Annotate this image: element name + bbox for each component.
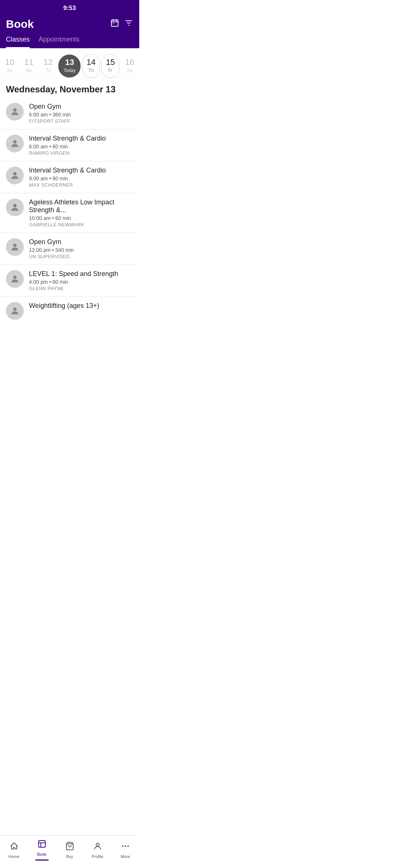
- svg-point-8: [13, 108, 16, 112]
- header: Book: [0, 15, 139, 30]
- avatar: [6, 198, 24, 216]
- avatar: [6, 270, 24, 288]
- status-bar: 9:53: [0, 0, 139, 15]
- avatar: [6, 238, 24, 256]
- class-info: Interval Strength & Cardio 6:00 am • 60 …: [29, 135, 133, 156]
- class-item[interactable]: Open Gym 6:00 am • 360 min FITSPORT STAF…: [0, 98, 139, 129]
- calendar-day-14[interactable]: 14 Th: [82, 54, 100, 78]
- class-item[interactable]: Ageless Athletes Low Impact Strength &..…: [0, 193, 139, 233]
- class-info: LEVEL 1: Speed and Strength 4:00 pm • 60…: [29, 270, 133, 291]
- tabs-container: Classes Appointments: [0, 30, 139, 48]
- avatar: [6, 135, 24, 152]
- svg-point-14: [13, 308, 16, 311]
- calendar-day-11[interactable]: 11 Mo: [20, 55, 38, 78]
- svg-point-12: [13, 244, 16, 247]
- calendar-day-today[interactable]: 13 Today: [58, 55, 81, 78]
- class-item[interactable]: Interval Strength & Cardio 6:00 am • 60 …: [0, 129, 139, 161]
- svg-point-13: [13, 276, 16, 279]
- class-info: Open Gym 12:00 pm • 540 min UN SUPERVISE…: [29, 238, 133, 259]
- tab-appointments[interactable]: Appointments: [39, 36, 79, 48]
- class-info: Open Gym 6:00 am • 360 min FITSPORT STAF…: [29, 103, 133, 124]
- svg-point-11: [13, 204, 16, 207]
- class-item[interactable]: Open Gym 12:00 pm • 540 min UN SUPERVISE…: [0, 233, 139, 265]
- svg-rect-4: [113, 23, 114, 24]
- class-item[interactable]: LEVEL 1: Speed and Strength 4:00 pm • 60…: [0, 265, 139, 297]
- calendar-day-15[interactable]: 15 Fr: [101, 54, 119, 78]
- calendar-icon[interactable]: [110, 19, 119, 30]
- avatar: [6, 103, 24, 121]
- page-title: Book: [6, 18, 34, 30]
- avatar: [6, 167, 24, 184]
- avatar: [6, 302, 24, 320]
- date-heading: Wednesday, November 13: [0, 78, 139, 98]
- calendar-day-10[interactable]: 10 Su: [1, 55, 19, 78]
- class-item[interactable]: Weightlifting (ages 13+): [0, 297, 139, 325]
- class-info: Interval Strength & Cardio 9:00 am • 60 …: [29, 167, 133, 188]
- svg-rect-0: [111, 20, 118, 26]
- header-icons: [110, 19, 133, 30]
- filter-icon[interactable]: [124, 19, 133, 30]
- class-list: Open Gym 6:00 am • 360 min FITSPORT STAF…: [0, 98, 139, 325]
- svg-point-10: [13, 172, 16, 175]
- calendar-strip: 10 Su 11 Mo 12 Tu 13 Today 14 Th 15 Fr: [0, 48, 139, 78]
- class-info: Ageless Athletes Low Impact Strength &..…: [29, 198, 133, 227]
- status-time: 9:53: [63, 4, 76, 11]
- calendar-day-16[interactable]: 16 Sa: [121, 55, 138, 78]
- class-info: Weightlifting (ages 13+): [29, 302, 133, 311]
- calendar-day-12[interactable]: 12 Tu: [39, 55, 57, 78]
- main-content: 10 Su 11 Mo 12 Tu 13 Today 14 Th 15 Fr: [0, 48, 139, 355]
- tab-classes[interactable]: Classes: [6, 36, 30, 48]
- class-item[interactable]: Interval Strength & Cardio 9:00 am • 60 …: [0, 161, 139, 193]
- svg-point-9: [13, 140, 16, 144]
